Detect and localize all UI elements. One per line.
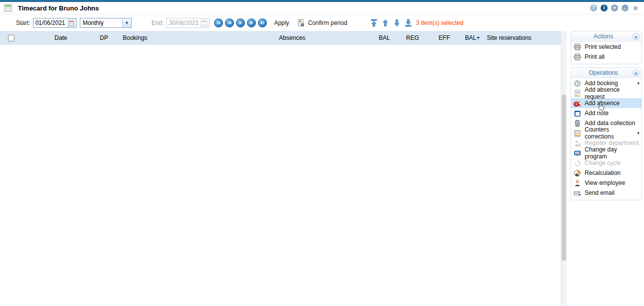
operations-panel-header: Operations ▲ [571,68,642,78]
dropdown-caret-icon[interactable]: ▾ [637,81,640,86]
print-selected-button[interactable]: Print selected [571,42,642,52]
add-absence-request-label: Add absence request [585,86,640,100]
col-header-balplus[interactable]: BAL+ [451,34,481,41]
absence-request-icon [574,90,582,97]
end-label: End: [152,19,164,26]
print-selected-label: Print selected [585,43,621,50]
col-header-reg[interactable]: REG [391,34,420,41]
nav-last-icon[interactable] [258,18,267,27]
recalculation-label: Recalculation [585,169,621,176]
toolbar: Start: Monthly ▼ End: Apply [0,14,644,31]
col-header-bal[interactable]: BAL [319,34,391,41]
actions-panel: Actions ▲ Print selected Print all [571,31,642,64]
window-controls: ? i ▾ ↔ × [590,4,639,11]
change-day-program-label: Change day program [585,146,640,160]
print-all-button[interactable]: Print all [571,52,642,62]
send-email-label: Send email [585,189,615,196]
panel-collapse-icon[interactable]: ▲ [633,69,640,76]
period-select[interactable]: Monthly ▼ [80,18,132,28]
add-absence-request-button[interactable]: Add absence request [571,88,642,98]
send-email-button[interactable]: Send email [571,188,642,198]
col-header-bookings[interactable]: Bookings [122,34,259,41]
actions-panel-header: Actions ▲ [571,31,642,42]
end-calendar-icon [201,19,209,27]
print-all-label: Print all [585,53,605,60]
help-icon[interactable]: ? [590,4,597,11]
change-cycle-label: Change cycle [585,159,621,166]
collapse-icon[interactable]: ▾ [611,4,618,11]
nav-previous-icon[interactable] [225,18,234,27]
confirm-period-label: Confirm period [308,19,347,26]
mouse-cursor-icon [597,102,606,111]
cycle-icon [574,159,582,167]
vertical-scrollbar[interactable] [561,31,567,306]
apply-button[interactable]: Apply [274,19,289,26]
register-department-label: Register department [585,140,639,147]
sidebar: Actions ▲ Print selected Print all Opera… [571,31,642,306]
table-header: Date DP Bookings Absences BAL REG EFF BA… [0,31,561,45]
col-header-site-reservations[interactable]: Site reservations [481,34,561,41]
main-area: Date DP Bookings Absences BAL REG EFF BA… [0,31,644,306]
clock-icon [574,80,582,87]
employee-icon [574,179,582,187]
period-navigation [214,18,267,27]
operations-panel: Operations ▲ Add booking ▾ Add absence r… [571,67,642,200]
recalculation-icon [574,169,582,177]
add-note-button[interactable]: Add note [571,108,642,118]
dropdown-caret-icon[interactable]: ▾ [637,131,640,136]
scrollbar-thumb[interactable] [562,95,566,261]
actions-title: Actions [574,33,633,40]
view-employee-button[interactable]: View employee [571,178,642,188]
timecard-table: Date DP Bookings Absences BAL REG EFF BA… [0,31,561,306]
data-collection-icon [574,120,582,127]
col-header-absences[interactable]: Absences [259,34,319,41]
operations-title: Operations [574,69,633,76]
chevron-down-icon: ▼ [122,18,131,27]
confirm-period-icon [297,19,305,27]
period-value: Monthly [80,19,104,26]
info-icon[interactable]: i [601,4,608,11]
end-date-field [166,18,210,28]
confirm-period-button[interactable]: Confirm period [297,19,347,27]
move-down-icon[interactable] [393,19,401,27]
select-all-checkbox[interactable] [8,35,14,41]
day-program-icon [574,150,582,157]
start-date-input[interactable] [33,18,67,27]
move-bottom-icon[interactable] [405,19,412,27]
col-header-eff[interactable]: EFF [420,34,451,41]
recalculation-button[interactable]: Recalculation [571,168,642,178]
printer-icon [574,53,582,61]
counters-corrections-button[interactable]: Counters corrections ▾ [571,128,642,138]
timecard-icon [4,4,12,12]
selection-arrows [370,19,412,27]
start-label: Start: [16,19,30,26]
resize-icon[interactable]: ↔ [622,4,629,11]
counters-icon [574,130,582,137]
printer-icon [574,43,582,51]
page-title: Timecard for Bruno Johns [18,4,99,12]
change-day-program-button[interactable]: Change day program [571,148,642,158]
absence-icon [574,100,582,107]
nav-play-icon[interactable] [236,18,245,27]
start-calendar-icon[interactable] [67,19,75,27]
start-date-field [33,18,77,28]
col-header-dp[interactable]: DP [100,34,122,41]
register-department-icon [574,140,582,147]
counters-corrections-label: Counters corrections [585,126,634,140]
selected-count: 3 item(s) selected [416,19,463,26]
add-data-collection-label: Add data collection [585,120,635,127]
panel-collapse-icon[interactable]: ▲ [633,33,640,40]
close-icon[interactable]: × [632,4,639,11]
title-bar: Timecard for Bruno Johns ? i ▾ ↔ × [0,2,644,14]
col-header-date[interactable]: Date [22,34,100,41]
add-booking-label: Add booking [585,80,618,87]
view-employee-label: View employee [585,179,625,186]
nav-next-icon[interactable] [247,18,256,27]
end-date-input [167,18,201,27]
move-up-icon[interactable] [382,19,389,27]
move-top-icon[interactable] [370,19,378,27]
nav-first-icon[interactable] [214,18,223,27]
note-icon [574,110,582,117]
email-icon [574,189,582,197]
